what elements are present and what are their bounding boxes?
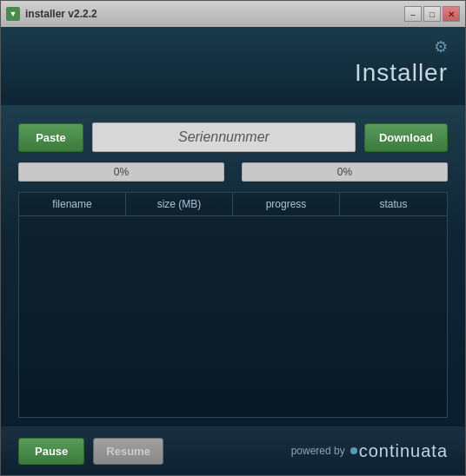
minimize-button[interactable]: – [404,6,422,22]
resume-button[interactable]: Resume [93,438,163,465]
powered-by-text: powered by [291,445,345,457]
controls-row: Paste Download [18,122,448,152]
col-size: size (MB) [126,193,233,215]
titlebar-left: ▼ installer v2.2.2 [6,7,97,21]
table-header: filename size (MB) progress status [18,192,448,216]
maximize-button[interactable]: □ [423,6,441,22]
progress-row: 0% 0% [18,162,448,182]
main-window: ▼ installer v2.2.2 – □ ✕ ⚙ Installer Pas… [0,0,466,476]
progress-label-right: 0% [337,166,352,178]
header: ⚙ Installer [1,27,465,105]
close-button[interactable]: ✕ [443,6,460,22]
download-button[interactable]: Download [364,123,448,152]
file-table: filename size (MB) progress status [18,192,448,418]
window-controls: – □ ✕ [404,6,460,22]
serial-input[interactable] [92,122,356,152]
table-body [18,216,448,418]
progress-bar-left: 0% [18,162,224,182]
col-filename: filename [19,193,126,215]
col-progress: progress [233,193,340,215]
main-content: Paste Download 0% 0% filename size (MB) … [1,105,465,426]
paste-button[interactable]: Paste [18,123,83,152]
footer-buttons: Pause Resume [18,438,163,465]
gear-icon: ⚙ [434,37,448,56]
powered-by: powered by continuata [291,441,448,461]
brand-logo: continuata [350,441,448,461]
brand-name: continuata [359,441,448,461]
window-title: installer v2.2.2 [25,8,97,20]
header-title: Installer [355,59,448,87]
pause-button[interactable]: Pause [18,438,84,465]
titlebar: ▼ installer v2.2.2 – □ ✕ [1,1,465,27]
col-status: status [340,193,447,215]
progress-bar-right: 0% [242,162,448,182]
progress-label-left: 0% [114,166,129,178]
footer: Pause Resume powered by continuata [1,426,465,475]
brand-dot [350,447,357,454]
app-icon: ▼ [6,7,20,21]
